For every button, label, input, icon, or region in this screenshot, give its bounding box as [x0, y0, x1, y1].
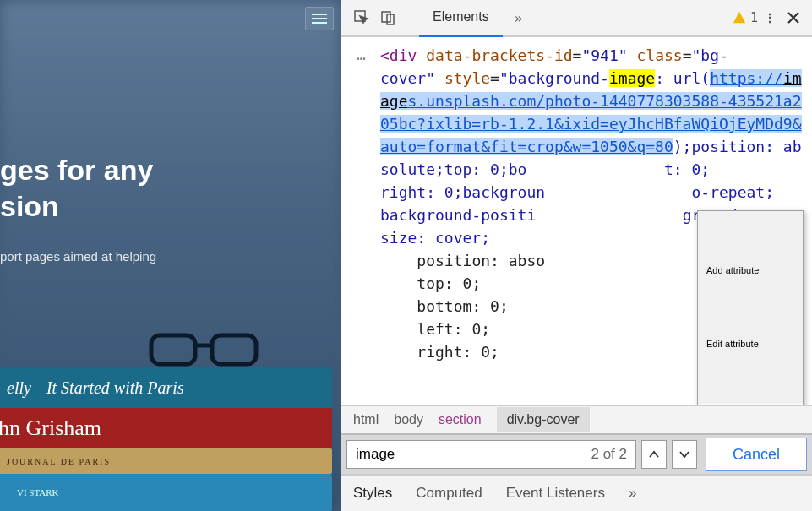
hamburger-menu[interactable] [305, 7, 334, 30]
crumb-body[interactable]: body [394, 412, 423, 427]
context-menu: Add attribute Edit attribute Edit as HTM… [697, 210, 804, 405]
book-row: hn Grisham [0, 408, 332, 448]
more-tabs-icon[interactable]: » [629, 485, 636, 502]
devtools-panel: Elements » 1 ⋮ … <div data-brackets-id="… [341, 0, 812, 511]
crumb-html[interactable]: html [353, 412, 379, 427]
cancel-button[interactable]: Cancel [706, 438, 807, 471]
svg-rect-1 [212, 335, 256, 364]
crumb-div-bg-cover[interactable]: div.bg-cover [497, 407, 590, 432]
ctx-edit-attribute[interactable]: Edit attribute [698, 330, 803, 358]
book-stack: ellyIt Started with Paris hn Grisham JOU… [0, 367, 341, 511]
close-icon[interactable] [782, 6, 805, 30]
ctx-edit-as-html[interactable]: Edit as HTML [698, 404, 803, 405]
search-bar: 2 of 2 Cancel [341, 433, 812, 474]
styles-tabs: Styles Computed Event Listeners » [341, 474, 812, 511]
device-toggle-icon[interactable] [375, 4, 402, 31]
book-row: JOURNAL DE PARIS [0, 448, 332, 474]
devtools-toolbar: Elements » 1 ⋮ [341, 0, 812, 37]
inspect-icon[interactable] [348, 4, 375, 31]
search-count: 2 of 2 [591, 446, 627, 463]
glasses-icon [146, 325, 264, 378]
book-row: VI STARK [0, 474, 332, 511]
ctx-add-attribute[interactable]: Add attribute [698, 257, 803, 285]
crumb-section[interactable]: section [439, 412, 482, 427]
tab-elements[interactable]: Elements [419, 0, 503, 37]
elements-row: … <div data-brackets-id="941" class="bg-… [341, 37, 812, 405]
hero-text: ges for anysion port pages aimed at help… [0, 152, 156, 264]
warning-icon [732, 10, 747, 25]
search-prev-button[interactable] [641, 440, 667, 469]
kebab-menu-icon[interactable]: ⋮ [758, 6, 782, 30]
svg-rect-0 [151, 335, 195, 364]
search-input[interactable] [356, 446, 591, 463]
tab-computed[interactable]: Computed [416, 485, 482, 502]
search-box: 2 of 2 [346, 440, 636, 469]
elements-tree[interactable]: <div data-brackets-id="941" class="bg-co… [380, 37, 812, 405]
tab-event-listeners[interactable]: Event Listeners [506, 485, 605, 502]
warning-badge[interactable]: 1 [732, 10, 758, 25]
breadcrumb: html body section div.bg-cover [341, 405, 812, 433]
tab-styles[interactable]: Styles [353, 485, 392, 502]
svg-rect-3 [382, 12, 390, 22]
search-next-button[interactable] [672, 440, 697, 469]
page-preview: ges for anysion port pages aimed at help… [0, 0, 341, 511]
elements-gutter[interactable]: … [341, 37, 380, 63]
more-tabs-icon[interactable]: » [515, 10, 523, 26]
